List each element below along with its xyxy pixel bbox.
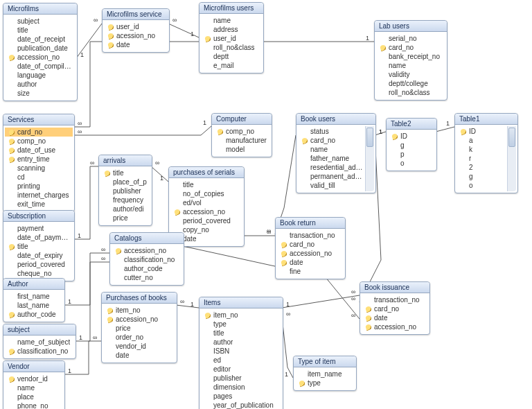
field-row[interactable]: roll_no&class bbox=[376, 88, 445, 97]
entity-vendor[interactable]: Vendorvendor_idnameplacephone_noe-mail bbox=[3, 360, 65, 409]
entity-title[interactable]: Purchases of books bbox=[102, 293, 177, 304]
field-row[interactable]: roll_no&class bbox=[201, 43, 262, 52]
entity-title[interactable]: purchases of serials bbox=[169, 167, 244, 178]
field-row[interactable]: transaction_no bbox=[277, 231, 344, 240]
entity-lab-users[interactable]: Lab usersserial_nocard_nobank_receipt_no… bbox=[374, 20, 447, 101]
field-row[interactable]: size bbox=[5, 89, 76, 98]
field-row[interactable]: classification_no bbox=[112, 255, 182, 264]
field-row[interactable]: accession_no bbox=[5, 53, 76, 62]
field-row[interactable]: bank_receipt_no bbox=[376, 52, 445, 61]
field-row[interactable]: type bbox=[295, 378, 355, 388]
field-row[interactable]: price bbox=[100, 214, 150, 223]
entity-title[interactable]: Microfilms bbox=[3, 3, 77, 15]
field-row[interactable]: title bbox=[5, 242, 73, 251]
field-row[interactable]: internet_charges bbox=[5, 191, 73, 200]
field-row[interactable]: pages bbox=[201, 392, 281, 401]
field-row[interactable]: place_of_p bbox=[100, 177, 150, 186]
field-row[interactable]: manufacturer bbox=[213, 136, 270, 145]
entity-title[interactable]: Book issuance bbox=[360, 282, 429, 293]
field-row[interactable]: accession_no bbox=[170, 207, 242, 216]
entity-services[interactable]: Servicescard_nocomp_nodate_of_useentry_t… bbox=[3, 114, 75, 212]
entity-table2[interactable]: Table2IDgpo bbox=[386, 118, 437, 171]
field-row[interactable]: editor bbox=[201, 365, 281, 374]
entity-author[interactable]: Authorfirst_namelast_nameauthor_code bbox=[3, 278, 65, 322]
field-row[interactable]: deptt/college bbox=[376, 79, 445, 88]
field-row[interactable]: entry_time bbox=[5, 155, 73, 164]
field-row[interactable]: date_of_use bbox=[5, 146, 73, 155]
entity-title[interactable]: Microfilms users bbox=[200, 3, 263, 14]
field-row[interactable]: accession_no bbox=[277, 249, 344, 258]
field-row[interactable]: order_no bbox=[103, 333, 175, 342]
field-row[interactable]: accession_no bbox=[362, 322, 428, 331]
entity-book-return[interactable]: Book returntransaction_nocard_noaccessio… bbox=[275, 217, 346, 279]
field-row[interactable]: validity bbox=[376, 70, 445, 79]
field-row[interactable]: accession_no bbox=[112, 246, 182, 255]
field-row[interactable]: date bbox=[103, 351, 175, 360]
field-row[interactable]: classification_no bbox=[5, 347, 74, 356]
field-row[interactable]: title bbox=[5, 26, 76, 35]
field-row[interactable]: p bbox=[388, 150, 435, 159]
entity-title[interactable]: Services bbox=[3, 114, 74, 125]
field-row[interactable]: r bbox=[456, 154, 508, 163]
field-row[interactable]: cd bbox=[5, 173, 73, 182]
field-row[interactable]: comp_no bbox=[213, 127, 270, 136]
field-row[interactable]: user_id bbox=[201, 34, 262, 43]
entity-title[interactable]: Microfilms service bbox=[103, 9, 169, 20]
field-row[interactable]: vendor_id bbox=[103, 342, 175, 351]
scrollbar[interactable] bbox=[507, 126, 516, 191]
scrollbar[interactable] bbox=[365, 126, 374, 191]
field-row[interactable]: date_of_compilation bbox=[5, 62, 76, 71]
field-row[interactable]: language bbox=[5, 71, 76, 80]
field-row[interactable]: date_of_payment bbox=[5, 233, 73, 242]
field-row[interactable]: e_mail bbox=[201, 61, 262, 70]
entity-title[interactable]: arrivals bbox=[99, 155, 152, 166]
field-row[interactable]: o bbox=[456, 181, 508, 190]
entity-title[interactable]: Book return bbox=[276, 218, 345, 229]
field-row[interactable]: item_name bbox=[295, 369, 355, 378]
field-row[interactable]: last_name bbox=[5, 301, 63, 310]
field-row[interactable]: year_of_publication bbox=[201, 401, 281, 409]
field-row[interactable]: o bbox=[388, 159, 435, 168]
field-row[interactable]: vendor_id bbox=[5, 374, 63, 383]
field-row[interactable]: card_no bbox=[298, 136, 366, 145]
field-row[interactable]: k bbox=[456, 145, 508, 154]
field-row[interactable]: exit_time bbox=[5, 200, 73, 209]
entity-microfilms-users[interactable]: Microfilms usersnameaddressuser_idroll_n… bbox=[199, 2, 264, 73]
field-row[interactable]: author bbox=[5, 80, 76, 89]
entity-microfilms-service[interactable]: Microfilms serviceuser_idacession_nodate bbox=[102, 8, 170, 53]
entity-book-issuance[interactable]: Book issuancetransaction_nocard_nodateac… bbox=[360, 281, 430, 335]
field-row[interactable]: no_of_copies bbox=[170, 189, 242, 198]
field-row[interactable]: serial_no bbox=[376, 34, 445, 43]
entity-type-of-item[interactable]: Type of itemitem_nametype bbox=[293, 356, 357, 391]
field-row[interactable]: frequency bbox=[100, 195, 150, 204]
entity-title[interactable]: Computer bbox=[212, 114, 272, 125]
field-row[interactable]: card_no bbox=[277, 240, 344, 249]
field-row[interactable]: name bbox=[201, 16, 262, 25]
field-row[interactable]: acession_no bbox=[104, 31, 168, 40]
field-row[interactable]: 2 bbox=[456, 163, 508, 172]
entity-title[interactable]: Table2 bbox=[387, 119, 436, 130]
field-row[interactable]: printing bbox=[5, 182, 73, 191]
field-row[interactable]: card_no bbox=[376, 43, 445, 52]
field-row[interactable]: deptt bbox=[201, 52, 262, 61]
field-row[interactable]: dimension bbox=[201, 383, 281, 392]
entity-catalogs[interactable]: Catalogsaccession_noclassification_noaut… bbox=[109, 232, 184, 286]
field-row[interactable]: fine bbox=[277, 267, 344, 276]
field-row[interactable]: date bbox=[362, 313, 428, 322]
scrollbar-thumb[interactable] bbox=[366, 128, 373, 147]
entity-title[interactable]: Vendor bbox=[3, 361, 64, 372]
field-row[interactable]: item_no bbox=[103, 306, 175, 315]
field-row[interactable]: ed bbox=[201, 356, 281, 365]
entity-book-users[interactable]: Book usersstatuscard_nonamefather_namere… bbox=[296, 113, 376, 193]
field-row[interactable]: comp_no bbox=[5, 137, 73, 146]
field-row[interactable]: cheque_no bbox=[5, 269, 73, 278]
entity-title[interactable]: Lab users bbox=[375, 21, 447, 32]
field-row[interactable]: name bbox=[5, 383, 63, 392]
field-row[interactable]: father_name bbox=[298, 154, 366, 163]
field-row[interactable]: first_name bbox=[5, 292, 63, 301]
field-row[interactable]: ID bbox=[388, 132, 435, 141]
field-row[interactable]: phone_no bbox=[5, 401, 63, 409]
entity-title[interactable]: Catalogs bbox=[110, 233, 184, 244]
field-row[interactable]: item_no bbox=[201, 311, 281, 320]
field-row[interactable]: ID bbox=[456, 127, 508, 136]
